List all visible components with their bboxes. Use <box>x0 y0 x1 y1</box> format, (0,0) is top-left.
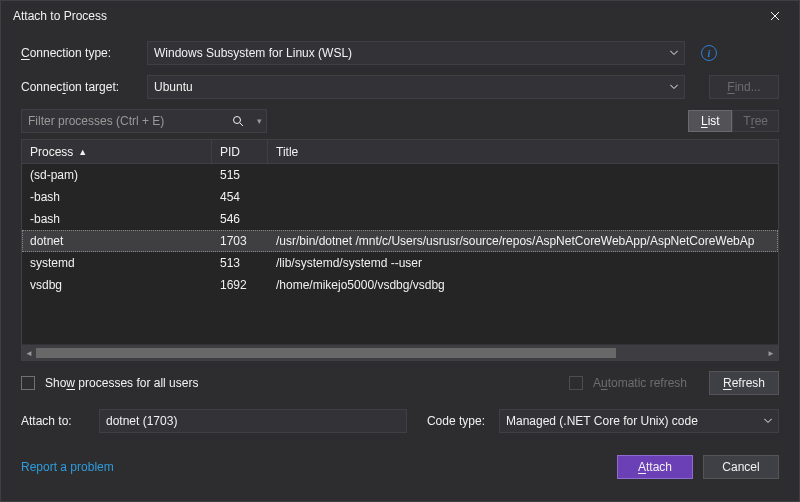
find-button[interactable]: Find... <box>709 75 779 99</box>
close-button[interactable] <box>759 4 791 28</box>
show-all-users-label: Show processes for all users <box>45 376 198 390</box>
cell-pid: 513 <box>212 256 268 270</box>
cell-process: dotnet <box>22 234 212 248</box>
code-type-label: Code type: <box>417 414 489 428</box>
cell-pid: 1703 <box>212 234 268 248</box>
code-type-dropdown[interactable]: Managed (.NET Core for Unix) code <box>499 409 779 433</box>
report-problem-link[interactable]: Report a problem <box>21 460 114 474</box>
titlebar: Attach to Process <box>1 1 799 31</box>
process-grid: Process▲ PID Title (sd-pam)515-bash454-b… <box>21 139 779 361</box>
code-type-value: Managed (.NET Core for Unix) code <box>506 414 698 428</box>
attach-to-label: Attach to: <box>21 414 89 428</box>
automatic-refresh-label: Automatic refresh <box>593 376 687 390</box>
connection-type-value: Windows Subsystem for Linux (WSL) <box>154 46 352 60</box>
table-row[interactable]: -bash546 <box>22 208 778 230</box>
connection-type-dropdown[interactable]: Windows Subsystem for Linux (WSL) <box>147 41 685 65</box>
chevron-down-icon[interactable]: ▾ <box>257 116 262 126</box>
svg-point-0 <box>234 117 241 124</box>
connection-target-value: Ubuntu <box>154 80 193 94</box>
connection-type-label: Connection type: <box>21 46 139 60</box>
cell-title: /usr/bin/dotnet /mnt/c/Users/usrusr/sour… <box>268 234 778 248</box>
attach-to-process-dialog: Attach to Process Connection type: Windo… <box>0 0 800 502</box>
grid-body[interactable]: (sd-pam)515-bash454-bash546dotnet1703/us… <box>22 164 778 344</box>
cell-pid: 454 <box>212 190 268 204</box>
cell-process: -bash <box>22 190 212 204</box>
cancel-button[interactable]: Cancel <box>703 455 779 479</box>
scroll-thumb[interactable] <box>36 348 616 358</box>
refresh-button[interactable]: Refresh <box>709 371 779 395</box>
sort-ascending-icon: ▲ <box>78 147 87 157</box>
close-icon <box>770 11 780 21</box>
chevron-down-icon <box>670 51 678 56</box>
table-row[interactable]: dotnet1703/usr/bin/dotnet /mnt/c/Users/u… <box>22 230 778 252</box>
grid-header: Process▲ PID Title <box>22 140 778 164</box>
table-row[interactable]: vsdbg1692/home/mikejo5000/vsdbg/vsdbg <box>22 274 778 296</box>
scroll-right-icon[interactable]: ► <box>764 345 778 361</box>
table-row[interactable]: (sd-pam)515 <box>22 164 778 186</box>
table-row[interactable]: -bash454 <box>22 186 778 208</box>
view-list-button[interactable]: List <box>688 110 732 132</box>
column-header-title[interactable]: Title <box>268 140 778 163</box>
view-toggle: List Tree <box>688 110 779 132</box>
cell-process: vsdbg <box>22 278 212 292</box>
search-icon <box>232 115 244 127</box>
connection-target-label: Connection target: <box>21 80 139 94</box>
cell-process: -bash <box>22 212 212 226</box>
cell-title: /lib/systemd/systemd --user <box>268 256 778 270</box>
cell-pid: 515 <box>212 168 268 182</box>
column-header-process[interactable]: Process▲ <box>22 140 212 163</box>
cell-process: (sd-pam) <box>22 168 212 182</box>
info-icon[interactable]: i <box>701 45 717 61</box>
column-header-pid[interactable]: PID <box>212 140 268 163</box>
scroll-left-icon[interactable]: ◄ <box>22 345 36 361</box>
show-all-users-checkbox[interactable] <box>21 376 35 390</box>
horizontal-scrollbar[interactable]: ◄ ► <box>22 344 778 360</box>
cell-title: /home/mikejo5000/vsdbg/vsdbg <box>268 278 778 292</box>
attach-to-input[interactable]: dotnet (1703) <box>99 409 407 433</box>
chevron-down-icon <box>764 419 772 424</box>
chevron-down-icon <box>670 85 678 90</box>
view-tree-button[interactable]: Tree <box>732 110 779 132</box>
filter-processes-input[interactable]: Filter processes (Ctrl + E) ▾ <box>21 109 267 133</box>
attach-button[interactable]: Attach <box>617 455 693 479</box>
dialog-title: Attach to Process <box>13 9 759 23</box>
attach-to-value: dotnet (1703) <box>106 414 177 428</box>
filter-placeholder: Filter processes (Ctrl + E) <box>28 114 164 128</box>
cell-pid: 546 <box>212 212 268 226</box>
cell-pid: 1692 <box>212 278 268 292</box>
connection-target-dropdown[interactable]: Ubuntu <box>147 75 685 99</box>
cell-process: systemd <box>22 256 212 270</box>
automatic-refresh-checkbox[interactable] <box>569 376 583 390</box>
table-row[interactable]: systemd513/lib/systemd/systemd --user <box>22 252 778 274</box>
